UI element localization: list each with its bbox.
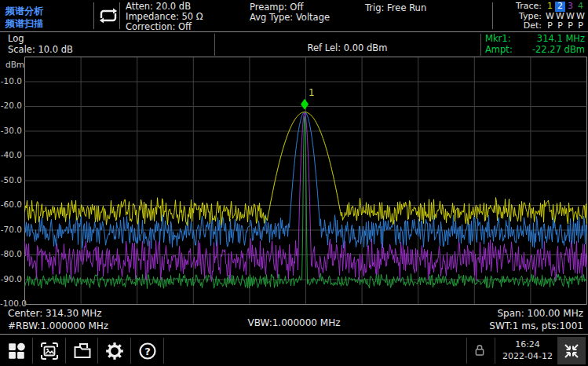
trace-legend-cell: P bbox=[575, 21, 586, 31]
clock: 16:24 2022-04-12 bbox=[498, 339, 557, 362]
time-value: 16:24 bbox=[498, 339, 557, 350]
trace-legend-cell: P bbox=[545, 21, 555, 31]
file-button[interactable] bbox=[66, 335, 98, 366]
divider bbox=[492, 2, 493, 29]
amplitude-scale-block: Log Scale: 10.0 dB bbox=[8, 34, 73, 55]
help-button[interactable]: ? bbox=[131, 335, 163, 366]
trig-value: Trig: Free Run bbox=[365, 3, 426, 13]
divider bbox=[93, 2, 94, 29]
app-grid-icon bbox=[6, 341, 27, 361]
main-menu-button[interactable] bbox=[0, 335, 32, 366]
trace-label: Trace: bbox=[516, 2, 542, 12]
tab-spectrum-sweep[interactable]: 频谱扫描 bbox=[5, 17, 43, 30]
trace-legend[interactable]: Trace: 1234 Type: WWWW Det: PPPP bbox=[516, 2, 586, 31]
preamp-value: Preamp: Off bbox=[250, 2, 330, 13]
trace-1-selector[interactable]: 1 bbox=[545, 2, 555, 12]
settings-button[interactable] bbox=[98, 335, 130, 366]
preamp-block: Preamp: Off Avg Type: Voltage bbox=[250, 2, 330, 23]
trace-2-selector[interactable]: 2 bbox=[555, 2, 565, 12]
divider bbox=[119, 2, 120, 29]
divider bbox=[466, 338, 467, 364]
lock-status bbox=[473, 343, 486, 357]
ampt-label: Ampt: bbox=[485, 45, 513, 56]
trace-legend-cell: P bbox=[555, 21, 565, 31]
divider bbox=[163, 338, 164, 364]
avg-type-value: Avg Type: Voltage bbox=[250, 13, 330, 23]
marker-1-label: 1 bbox=[309, 87, 315, 98]
divider bbox=[495, 338, 495, 364]
marker-readout: Mkr1: 314.1 MHz Ampt: -22.27 dBm bbox=[485, 34, 585, 55]
swt-value: SWT:1 ms, pts:1001 bbox=[489, 320, 583, 332]
span-value: Span: 100.00 MHz bbox=[489, 307, 583, 320]
mode-tabs: 频谱分析 频谱扫描 bbox=[5, 5, 43, 30]
correction-value: Correction: Off bbox=[126, 22, 203, 32]
gear-icon bbox=[104, 341, 125, 361]
date-value: 2022-04-12 bbox=[498, 350, 557, 362]
mkr1-freq: 314.1 MHz bbox=[537, 34, 585, 45]
trace-legend-row-det: Det: PPPP bbox=[516, 21, 586, 31]
screenshot-icon bbox=[39, 341, 60, 361]
svg-text:?: ? bbox=[144, 346, 151, 357]
collapse-arrows-icon bbox=[562, 342, 581, 361]
loop-icon bbox=[97, 7, 119, 24]
trace-4-selector[interactable]: 4 bbox=[575, 2, 586, 12]
ampt-value: -22.27 dBm bbox=[532, 45, 585, 56]
tab-spectrum-analysis[interactable]: 频谱分析 bbox=[5, 5, 43, 17]
log-label: Log bbox=[8, 34, 73, 45]
bottom-toolbar: ? 16:24 2022-04-12 bbox=[0, 334, 588, 366]
help-icon: ? bbox=[137, 341, 158, 361]
spectrum-plot[interactable]: 1 bbox=[0, 57, 588, 305]
mkr1-label: Mkr1: bbox=[485, 34, 511, 45]
divider bbox=[480, 34, 481, 56]
screenshot-button[interactable] bbox=[33, 335, 65, 366]
input-settings-block: Atten: 20.0 dB Impedance: 50 Ω Correctio… bbox=[126, 2, 203, 31]
divider bbox=[0, 31, 588, 32]
trace-legend-row-trace: Trace: 1234 bbox=[516, 2, 586, 12]
marker-1-diamond[interactable] bbox=[301, 99, 309, 110]
resize-window-button[interactable] bbox=[557, 337, 586, 364]
trace-legend-cell: P bbox=[565, 21, 575, 31]
impedance-value: Impedance: 50 Ω bbox=[126, 12, 203, 22]
det-label: Det: bbox=[524, 21, 542, 31]
atten-value: Atten: 20.0 dB bbox=[126, 2, 203, 12]
trace-3-selector[interactable]: 3 bbox=[565, 2, 575, 12]
folder-icon bbox=[72, 341, 93, 361]
scale-value: Scale: 10.0 dB bbox=[8, 45, 73, 56]
span-status-block: Span: 100.00 MHz SWT:1 ms, pts:1001 bbox=[489, 307, 583, 332]
ref-level-value: Ref Lel: 0.00 dBm bbox=[214, 42, 480, 53]
continuous-sweep-button[interactable] bbox=[97, 7, 119, 24]
lock-icon bbox=[473, 343, 486, 357]
trigger-block: Trig: Free Run bbox=[365, 3, 426, 13]
